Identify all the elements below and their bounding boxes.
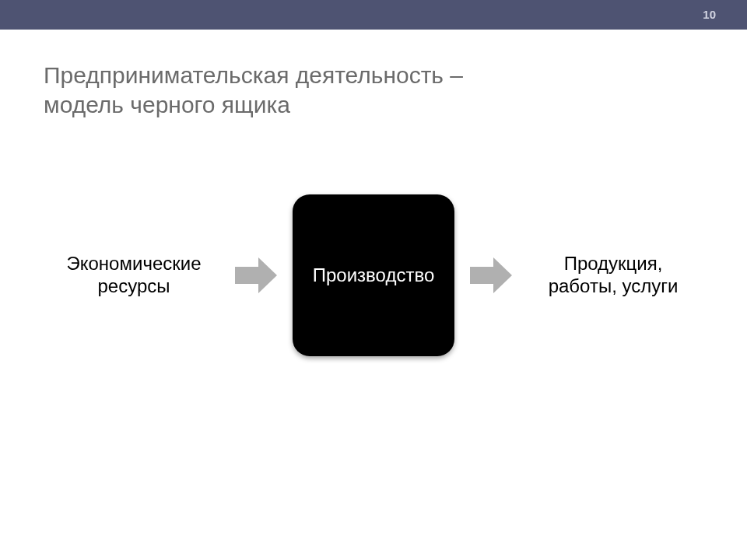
output-label-line-2: работы, услуги [549,275,679,296]
arrow-left-icon [235,257,277,293]
input-label-line-2: ресурсы [97,275,170,296]
input-label-line-1: Экономические [67,253,202,274]
title-line-1: Предпринимательская деятельность – [44,62,463,88]
svg-marker-1 [470,257,512,293]
header-bar: 10 [0,0,747,30]
center-label: Производство [313,264,434,286]
black-box-diagram: Экономические ресурсы Производство Проду… [0,194,747,356]
input-label: Экономические ресурсы [48,253,219,298]
title-line-2: модель черного ящика [44,92,290,117]
page-number: 10 [703,8,716,21]
black-box: Производство [293,194,454,356]
svg-marker-0 [235,257,277,293]
title-block: Предпринимательская деятельность – модел… [0,30,747,119]
output-label-line-1: Продукция, [564,253,663,274]
slide-title: Предпринимательская деятельность – модел… [44,61,703,119]
arrow-right-icon [470,257,512,293]
output-label: Продукция, работы, услуги [528,253,699,298]
